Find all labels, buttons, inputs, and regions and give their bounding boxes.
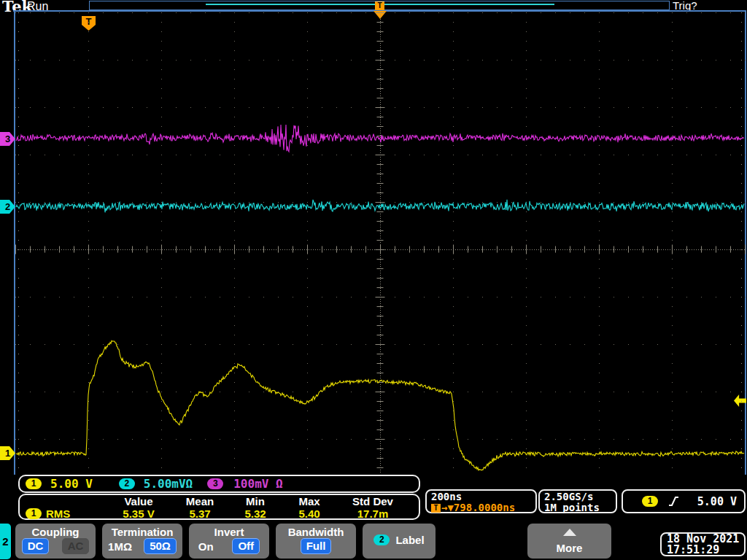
acquisition-readout: 2.50GS/s 1M points: [538, 489, 617, 513]
bandwidth-title: Bandwidth: [288, 526, 344, 538]
label-button[interactable]: 2 Label: [363, 524, 436, 559]
measurement-type: RMS: [46, 508, 70, 520]
channel3-scale: 100mV Ω: [233, 477, 282, 491]
measurement-min: 5.32: [228, 508, 282, 520]
channel2-scale: 5.00mVΩ: [144, 477, 193, 491]
trigger-t-icon: T: [431, 504, 441, 513]
channel-scale-readouts: 1 5.00 V 2 5.00mVΩ 3 100mV Ω: [18, 475, 420, 493]
invert-button[interactable]: Invert On Off: [189, 524, 269, 559]
record-length: 1M points: [544, 502, 616, 513]
label-title: Label: [395, 534, 424, 546]
trigger-level-value: 5.00 V: [697, 495, 737, 508]
timebase-scale: 200ns: [431, 491, 535, 502]
waveform-display[interactable]: [0, 0, 747, 487]
coupling-ac-option[interactable]: AC: [62, 538, 90, 554]
measurement-mean: 5.37: [171, 508, 228, 520]
measurement-table: Value Mean Min Max Std Dev 1 RMS 5.35 V …: [18, 494, 420, 520]
termination-button[interactable]: Termination 1MΩ 50Ω: [102, 524, 182, 559]
channel3-badge: 3: [207, 478, 223, 489]
trace-channel-2: [16, 200, 744, 213]
coupling-dc-option[interactable]: DC: [22, 538, 50, 554]
bandwidth-button[interactable]: Bandwidth Full: [276, 524, 356, 559]
horizontal-readout: 200ns T →▼ 798.0000ns: [425, 489, 537, 513]
delay-arrows-icon: →▼: [441, 502, 454, 513]
trigger-delay-value: 798.0000ns: [454, 502, 515, 513]
invert-on-option[interactable]: On: [198, 540, 214, 553]
trigger-source-badge: 1: [642, 496, 658, 507]
measurement-stddev: 17.7m: [336, 508, 409, 520]
measurement-value: 5.35 V: [106, 508, 171, 520]
col-value: Value: [106, 495, 171, 508]
trace-channel-1: [16, 341, 744, 470]
datetime-readout: 18 Nov 2021 17:51:29: [660, 532, 746, 556]
col-stddev: Std Dev: [336, 495, 409, 508]
termination-title: Termination: [112, 526, 174, 538]
invert-title: Invert: [214, 526, 244, 538]
measurement-header-row: Value Mean Min Max Std Dev: [20, 495, 419, 508]
col-min: Min: [228, 495, 282, 508]
coupling-title: Coupling: [32, 526, 80, 538]
measurement-source-badge: 1: [26, 508, 42, 519]
channel2-badge: 2: [119, 478, 135, 489]
coupling-button[interactable]: Coupling DC AC: [15, 524, 96, 559]
col-mean: Mean: [171, 495, 228, 508]
channel1-badge: 1: [26, 478, 42, 489]
termination-1m-option[interactable]: 1MΩ: [108, 540, 132, 553]
more-button[interactable]: More: [527, 524, 611, 559]
more-up-arrow-icon: [563, 529, 576, 536]
trigger-readout: 1 5.00 V: [622, 489, 746, 513]
measurement-max: 5.40: [282, 508, 336, 520]
col-max: Max: [282, 495, 336, 508]
more-title: More: [557, 542, 583, 554]
menu-channel-tab[interactable]: 2: [0, 524, 11, 559]
termination-50ohm-option[interactable]: 50Ω: [144, 538, 177, 554]
measurement-row: 1 RMS 5.35 V 5.37 5.32 5.40 17.7m: [20, 508, 419, 520]
channel1-scale: 5.00 V: [50, 477, 93, 491]
sample-rate: 2.50GS/s: [544, 491, 616, 502]
oscilloscope-screen: Tek Run Trig? T T 3 2 1 1 5.00 V 2 5.00m…: [0, 0, 747, 560]
bandwidth-full-option[interactable]: Full: [301, 538, 332, 554]
label-channel-badge: 2: [374, 534, 390, 545]
rising-edge-icon: [668, 496, 680, 508]
time-value: 17:51:29: [667, 545, 744, 556]
invert-off-option[interactable]: Off: [232, 538, 260, 554]
